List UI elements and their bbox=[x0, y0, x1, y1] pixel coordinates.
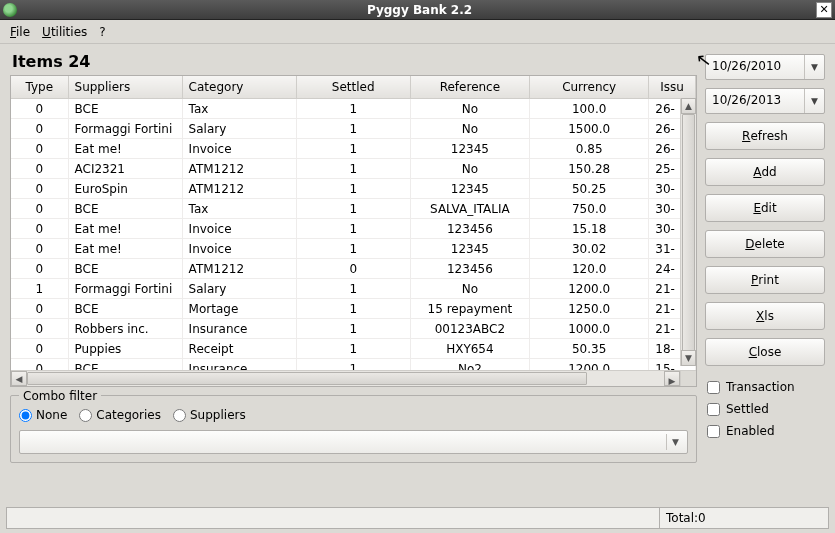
table-row[interactable]: 0Formaggi FortiniSalary1No1500.026- bbox=[11, 119, 696, 139]
close-button[interactable]: Close bbox=[705, 338, 825, 366]
cell-reference: 123456 bbox=[410, 259, 529, 279]
table-row[interactable]: 0Robbers inc.Insurance100123ABC21000.021… bbox=[11, 319, 696, 339]
table-row[interactable]: 0Eat me!Invoice1123450.8526- bbox=[11, 139, 696, 159]
table-row[interactable]: 0PuppiesReceipt1HXY65450.3518- bbox=[11, 339, 696, 359]
table-row[interactable]: 0BCEMortage115 repayment1250.021- bbox=[11, 299, 696, 319]
cell-currency: 1500.0 bbox=[530, 119, 649, 139]
scroll-right-icon[interactable]: ▶ bbox=[664, 371, 680, 386]
table-row[interactable]: 0ACI2321ATM12121No150.2825- bbox=[11, 159, 696, 179]
table-row[interactable]: 0EuroSpinATM121211234550.2530- bbox=[11, 179, 696, 199]
items-label: Items bbox=[12, 52, 63, 71]
col-issued[interactable]: Issu bbox=[649, 76, 696, 99]
cell-settled: 0 bbox=[296, 259, 410, 279]
cell-reference: 12345 bbox=[410, 239, 529, 259]
table-row[interactable]: 0BCEATM12120123456120.024- bbox=[11, 259, 696, 279]
col-type[interactable]: Type bbox=[11, 76, 68, 99]
table-row[interactable]: 1Formaggi FortiniSalary1No1200.021- bbox=[11, 279, 696, 299]
scroll-corner bbox=[680, 371, 696, 386]
cell-supplier: Formaggi Fortini bbox=[68, 279, 182, 299]
cell-type: 0 bbox=[11, 239, 68, 259]
col-currency[interactable]: Currency bbox=[530, 76, 649, 99]
cell-type: 0 bbox=[11, 199, 68, 219]
radio-categories[interactable]: Categories bbox=[79, 408, 161, 422]
date-to-picker[interactable]: 10/26/2013 ▼ bbox=[705, 88, 825, 114]
check-transaction[interactable]: Transaction bbox=[705, 380, 825, 394]
chevron-down-icon[interactable]: ▼ bbox=[804, 89, 824, 113]
scroll-thumb-horizontal[interactable] bbox=[27, 372, 587, 385]
table-row[interactable]: 0BCETax1No100.026- bbox=[11, 99, 696, 119]
table-row[interactable]: 0Eat me!Invoice11234530.0231- bbox=[11, 239, 696, 259]
cell-reference: 00123ABC2 bbox=[410, 319, 529, 339]
col-suppliers[interactable]: Suppliers bbox=[68, 76, 182, 99]
add-button[interactable]: Add bbox=[705, 158, 825, 186]
col-category[interactable]: Category bbox=[182, 76, 296, 99]
cell-category: Salary bbox=[182, 279, 296, 299]
chevron-down-icon[interactable]: ▼ bbox=[666, 434, 684, 450]
cell-settled: 1 bbox=[296, 319, 410, 339]
menu-file[interactable]: File bbox=[10, 25, 30, 39]
horizontal-scrollbar[interactable]: ◀ ▶ bbox=[11, 370, 696, 386]
col-reference[interactable]: Reference bbox=[410, 76, 529, 99]
scroll-left-icon[interactable]: ◀ bbox=[11, 371, 27, 386]
check-enabled[interactable]: Enabled bbox=[705, 424, 825, 438]
menu-bar: File Utilities ? bbox=[0, 20, 835, 44]
cell-settled: 1 bbox=[296, 239, 410, 259]
scroll-down-icon[interactable]: ▼ bbox=[681, 350, 696, 366]
xls-button[interactable]: Xls bbox=[705, 302, 825, 330]
cell-category: Invoice bbox=[182, 139, 296, 159]
combo-filter-group: Combo filter None Categories Suppliers ▼ bbox=[10, 395, 697, 463]
cell-settled: 1 bbox=[296, 279, 410, 299]
window-title: Pyggy Bank 2.2 bbox=[23, 3, 816, 17]
check-settled[interactable]: Settled bbox=[705, 402, 825, 416]
cell-type: 0 bbox=[11, 119, 68, 139]
items-count: 24 bbox=[68, 52, 90, 71]
combo-filter-legend: Combo filter bbox=[19, 389, 101, 403]
table-row[interactable]: 0BCETax1SALVA_ITALIA750.030- bbox=[11, 199, 696, 219]
cell-category: Tax bbox=[182, 199, 296, 219]
close-icon[interactable]: ✕ bbox=[816, 2, 832, 18]
cell-settled: 1 bbox=[296, 119, 410, 139]
cell-settled: 1 bbox=[296, 139, 410, 159]
cell-reference: 15 repayment bbox=[410, 299, 529, 319]
cell-supplier: BCE bbox=[68, 299, 182, 319]
combo-filter-select[interactable]: ▼ bbox=[19, 430, 688, 454]
items-header: Items 24 bbox=[10, 50, 697, 75]
cell-currency: 150.28 bbox=[530, 159, 649, 179]
table-header-row: Type Suppliers Category Settled Referenc… bbox=[11, 76, 696, 99]
cell-category: Invoice bbox=[182, 219, 296, 239]
menu-utilities[interactable]: Utilities bbox=[42, 25, 87, 39]
cell-supplier: BCE bbox=[68, 259, 182, 279]
table-row[interactable]: 0Eat me!Invoice112345615.1830- bbox=[11, 219, 696, 239]
cell-type: 0 bbox=[11, 299, 68, 319]
cell-type: 0 bbox=[11, 99, 68, 119]
edit-button[interactable]: Edit bbox=[705, 194, 825, 222]
cell-reference: HXY654 bbox=[410, 339, 529, 359]
cell-category: ATM1212 bbox=[182, 179, 296, 199]
col-settled[interactable]: Settled bbox=[296, 76, 410, 99]
cell-category: ATM1212 bbox=[182, 259, 296, 279]
cell-settled: 1 bbox=[296, 159, 410, 179]
delete-button[interactable]: Delete bbox=[705, 230, 825, 258]
cell-settled: 1 bbox=[296, 299, 410, 319]
radio-suppliers[interactable]: Suppliers bbox=[173, 408, 246, 422]
cell-category: Invoice bbox=[182, 239, 296, 259]
menu-help[interactable]: ? bbox=[99, 25, 105, 39]
date-from-picker[interactable]: 10/26/2010 ▼ bbox=[705, 54, 825, 80]
cell-currency: 1250.0 bbox=[530, 299, 649, 319]
cell-supplier: Robbers inc. bbox=[68, 319, 182, 339]
refresh-button[interactable]: Refresh bbox=[705, 122, 825, 150]
cell-type: 0 bbox=[11, 319, 68, 339]
vertical-scrollbar[interactable]: ▲ ▼ bbox=[680, 98, 696, 366]
print-button[interactable]: Print bbox=[705, 266, 825, 294]
radio-none[interactable]: None bbox=[19, 408, 67, 422]
cell-currency: 1200.0 bbox=[530, 279, 649, 299]
cell-category: Insurance bbox=[182, 319, 296, 339]
cell-reference: 123456 bbox=[410, 219, 529, 239]
chevron-down-icon[interactable]: ▼ bbox=[804, 55, 824, 79]
cell-supplier: Puppies bbox=[68, 339, 182, 359]
cell-type: 0 bbox=[11, 159, 68, 179]
scroll-thumb-vertical[interactable] bbox=[682, 114, 695, 354]
status-cell-empty bbox=[6, 507, 659, 529]
scroll-up-icon[interactable]: ▲ bbox=[681, 98, 696, 114]
cell-currency: 100.0 bbox=[530, 99, 649, 119]
